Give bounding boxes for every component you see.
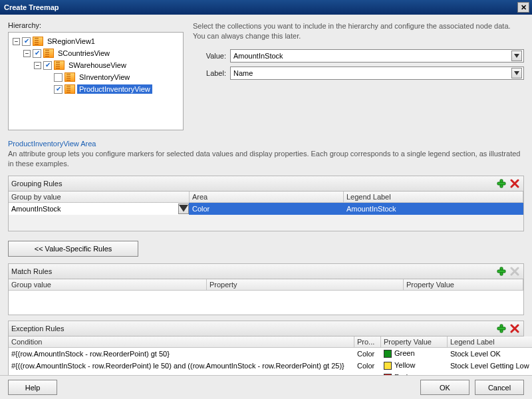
column-header: Property: [207, 279, 404, 290]
table-row[interactable]: AmountInStock Color AmountInStock: [9, 203, 523, 215]
label-field-label: Label:: [193, 69, 226, 77]
column-header: Legend Label: [344, 192, 523, 202]
match-rules-body: [9, 291, 523, 315]
tree-node-label: SInventoryView: [77, 72, 132, 82]
column-header: Group by value: [9, 192, 190, 202]
delete-button[interactable]: [509, 323, 521, 334]
cell-property-value: Green: [381, 349, 448, 358]
column-header: Group value: [9, 279, 207, 290]
add-button[interactable]: [495, 323, 507, 334]
window-close-button[interactable]: ✕: [517, 2, 529, 13]
checkbox[interactable]: [33, 49, 41, 58]
view-object-icon: [65, 84, 75, 94]
collapse-icon[interactable]: −: [34, 62, 41, 69]
label-combo[interactable]: Name: [230, 66, 524, 80]
checkbox[interactable]: [22, 37, 31, 46]
svg-rect-3: [497, 270, 505, 273]
color-swatch-icon: [384, 350, 392, 358]
column-header: Area: [190, 192, 344, 202]
collapse-icon[interactable]: −: [23, 50, 31, 57]
cell-legend: AmountInStock: [344, 205, 523, 213]
add-button[interactable]: [495, 178, 507, 190]
tree-node-label: SWarehouseView: [66, 61, 128, 70]
tree-node[interactable]: −SCountriesView: [11, 47, 180, 59]
view-object-icon: [43, 49, 54, 58]
column-header: Legend Label: [448, 336, 532, 347]
tree-node-label: SRegionView1: [45, 37, 97, 46]
value-specific-rules-button[interactable]: << Value-Specific Rules: [8, 241, 138, 257]
chevron-down-icon: [511, 51, 522, 61]
tree-spacer: [45, 86, 52, 93]
cell-property: Color: [354, 350, 381, 358]
column-header: Condition: [9, 336, 354, 347]
tree-node[interactable]: SInventoryView: [11, 71, 180, 83]
collapse-icon[interactable]: −: [13, 38, 20, 45]
window-title: Create Treemap: [4, 3, 59, 11]
cell-area: Color: [190, 205, 344, 213]
cell-condition: #{((row.AmountInStock - row.ReorderPoint…: [9, 362, 354, 370]
tree-node-label: SCountriesView: [56, 49, 112, 58]
grouping-rules-title: Grouping Rules: [11, 180, 62, 188]
column-header: Property Value: [381, 336, 448, 347]
view-object-icon: [65, 72, 75, 82]
tree-node-label: ProductInventoryView: [77, 84, 152, 94]
label-combo-text: Name: [233, 69, 253, 77]
cell-legend: Stock Level OK: [448, 350, 532, 358]
value-combo[interactable]: AmountInStock: [230, 49, 524, 63]
cancel-button[interactable]: Cancel: [475, 380, 524, 395]
add-button[interactable]: [495, 265, 507, 277]
chevron-down-icon: [178, 203, 189, 214]
value-combo-text: AmountInStock: [233, 52, 283, 60]
value-field-label: Value:: [193, 52, 226, 60]
table-row[interactable]: #{(row.AmountInStock - row.ReorderPoint)…: [9, 348, 532, 360]
view-object-icon: [33, 37, 43, 46]
group-by-value: AmountInStock: [9, 205, 61, 213]
help-button[interactable]: Help: [8, 380, 57, 395]
intro-text: Select the collections you want to inclu…: [193, 21, 524, 41]
delete-button: [509, 265, 521, 277]
area-section-title: ProductInventoryView Area: [8, 140, 524, 148]
cell-legend: Stock Level Getting Low: [448, 362, 532, 370]
tree-node[interactable]: −SWarehouseView: [11, 59, 180, 71]
match-rules-title: Match Rules: [11, 267, 52, 275]
checkbox[interactable]: [54, 85, 63, 94]
svg-rect-5: [497, 327, 505, 330]
group-by-combo[interactable]: AmountInStock: [9, 203, 189, 215]
color-swatch-icon: [384, 362, 392, 370]
svg-rect-1: [497, 182, 505, 185]
table-row[interactable]: #{((row.AmountInStock - row.ReorderPoint…: [9, 360, 532, 372]
column-header: Pro...: [354, 336, 381, 347]
titlebar: Create Treemap ✕: [0, 0, 532, 15]
grouping-rules-box: Grouping Rules Group by value Area Legen…: [8, 176, 524, 231]
chevron-down-icon: [511, 68, 522, 78]
column-header: Property Value: [404, 279, 523, 290]
checkbox[interactable]: [54, 73, 63, 82]
cell-property: Color: [354, 362, 381, 370]
tree-node[interactable]: ProductInventoryView: [11, 83, 180, 95]
hierarchy-label: Hierarchy:: [8, 21, 184, 29]
hierarchy-tree[interactable]: −SRegionView1−SCountriesView−SWarehouseV…: [8, 32, 184, 130]
exception-rules-title: Exception Rules: [11, 325, 65, 332]
delete-button[interactable]: [509, 178, 521, 190]
cell-condition: #{(row.AmountInStock - row.ReorderPoint)…: [9, 350, 354, 358]
ok-button[interactable]: OK: [420, 380, 469, 395]
area-section-desc: An attribute group lets you configure ma…: [8, 149, 524, 169]
tree-node[interactable]: −SRegionView1: [11, 35, 180, 47]
tree-spacer: [45, 74, 52, 81]
match-rules-box: Match Rules Group value Property Propert…: [8, 263, 524, 315]
view-object-icon: [54, 61, 65, 70]
checkbox[interactable]: [43, 61, 52, 70]
cell-property-value: Yellow: [381, 361, 448, 370]
